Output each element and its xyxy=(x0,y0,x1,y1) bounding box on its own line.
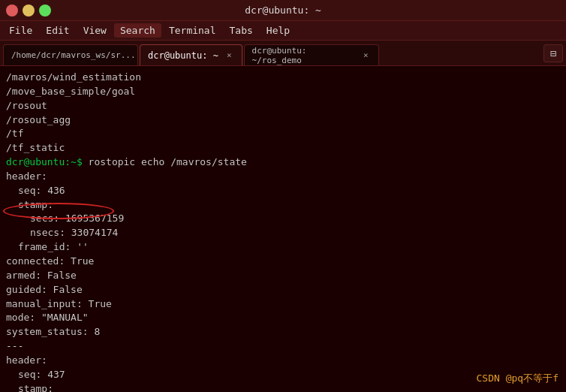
tab-2-label: dcr@ubuntu: ~/ros_demo xyxy=(252,46,355,65)
menu-view[interactable]: View xyxy=(77,23,113,38)
window-controls[interactable] xyxy=(6,5,51,17)
window-title: dcr@ubuntu: ~ xyxy=(51,5,515,16)
line-16: guided: False xyxy=(6,283,560,297)
line-20: --- xyxy=(6,339,560,354)
terminal-content: /mavros/wind_estimation /move_base_simpl… xyxy=(0,66,566,392)
line-8: header: xyxy=(6,170,560,184)
tab-bar: /home/dcr/mavros_ws/sr... × dcr@ubuntu: … xyxy=(0,41,566,66)
menu-search[interactable]: Search xyxy=(114,23,161,38)
tab-2[interactable]: dcr@ubuntu: ~/ros_demo × xyxy=(244,44,379,65)
line-4: /rosout_agg xyxy=(6,113,560,128)
line-9: seq: 436 xyxy=(6,184,560,198)
line-12: nsecs: 33074174 xyxy=(6,226,560,240)
line-3: /rosout xyxy=(6,99,560,113)
tab-0-label: /home/dcr/mavros_ws/sr... xyxy=(11,50,136,60)
title-bar: dcr@ubuntu: ~ xyxy=(0,0,566,21)
tab-0[interactable]: /home/dcr/mavros_ws/sr... × xyxy=(3,44,138,65)
menu-help[interactable]: Help xyxy=(260,23,296,38)
tab-1-close[interactable]: × xyxy=(224,50,234,61)
maximize-button[interactable] xyxy=(39,5,51,17)
minimize-button[interactable] xyxy=(23,5,35,17)
menu-terminal[interactable]: Terminal xyxy=(163,23,222,38)
menu-file[interactable]: File xyxy=(3,23,38,38)
menu-bar: File Edit View Search Terminal Tabs Help xyxy=(0,21,566,41)
line-14: connected: True xyxy=(6,255,560,269)
line-21: header: xyxy=(6,354,560,368)
line-18: mode: "MANUAL" xyxy=(6,311,560,325)
screenshot-button[interactable]: ⊟ xyxy=(543,44,563,62)
line-5: /tf xyxy=(6,127,560,141)
line-1: /mavros/wind_estimation xyxy=(6,71,560,85)
line-19: system_status: 8 xyxy=(6,325,560,339)
line-13: frame_id: '' xyxy=(6,240,560,255)
menu-edit[interactable]: Edit xyxy=(40,23,75,38)
close-button[interactable] xyxy=(6,5,18,17)
menu-tabs[interactable]: Tabs xyxy=(224,23,259,38)
line-2: /move_base_simple/goal xyxy=(6,85,560,99)
line-10: stamp: xyxy=(6,198,560,213)
line-15: armed: False xyxy=(6,269,560,283)
tab-2-close[interactable]: × xyxy=(361,50,371,61)
watermark: CSDN @pq不等于f xyxy=(477,372,558,386)
tab-1[interactable]: dcr@ubuntu: ~ × xyxy=(140,44,242,65)
line-6: /tf_static xyxy=(6,141,560,155)
tab-1-label: dcr@ubuntu: ~ xyxy=(148,50,218,61)
line-11: secs: 1695367159 xyxy=(6,212,560,226)
line-7: dcr@ubuntu:~$ rostopic echo /mavros/stat… xyxy=(6,155,560,170)
line-17: manual_input: True xyxy=(6,297,560,312)
